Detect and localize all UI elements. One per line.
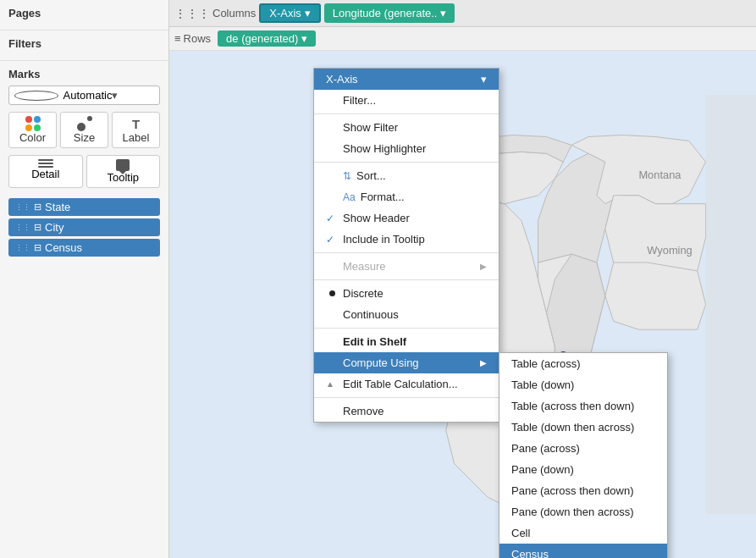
marks-label: Marks [8, 68, 160, 80]
submenu-table-down[interactable]: Table (down) [499, 374, 667, 395]
longitude-dropdown-arrow: ▾ [440, 7, 446, 19]
menu-item-discrete[interactable]: Discrete [314, 283, 499, 304]
chevron-down-icon: ▾ [112, 89, 154, 102]
marks-type-dropdown[interactable]: Automatic ▾ [8, 86, 160, 105]
measure-label: Measure [343, 260, 386, 273]
city-drag-dots: ⋮⋮ [15, 224, 30, 232]
marks-type-label: Automatic [63, 89, 113, 102]
sep2 [314, 162, 499, 163]
compute-using-label: Compute Using [343, 356, 419, 369]
include-tooltip-label: Include in Tooltip [343, 233, 425, 246]
columns-label: ⋮⋮⋮ Columns [174, 7, 256, 20]
tooltip-icon [116, 159, 130, 171]
submenu-table-across-then-down[interactable]: Table (across then down) [499, 395, 667, 417]
menu-item-format[interactable]: Aa Format... [314, 186, 499, 207]
context-menu-header-label: X-Axis [326, 73, 358, 86]
pages-label: Pages [8, 7, 160, 19]
continuous-label: Continuous [343, 308, 399, 321]
submenu-pane-across-then-down[interactable]: Pane (across then down) [499, 480, 667, 501]
check-include-tooltip: ✓ [326, 234, 338, 246]
show-highlighter-label: Show Highlighter [343, 142, 426, 155]
rows-toolbar: ≡ Rows de (generated) ▾ [169, 27, 756, 51]
menu-item-include-tooltip[interactable]: ✓ Include in Tooltip [314, 229, 499, 250]
filters-label: Filters [8, 37, 160, 50]
label-button[interactable]: T Label [112, 112, 160, 148]
census-field-pill[interactable]: ⋮⋮ ⊟ Census [8, 239, 160, 257]
city-field-pill[interactable]: ⋮⋮ ⊟ City [8, 218, 160, 236]
tooltip-button[interactable]: Tooltip [86, 155, 161, 188]
compute-using-submenu-arrow: ▶ [480, 358, 487, 367]
size-label: Size [74, 131, 95, 144]
marks-buttons-grid: Color Size T Label [8, 112, 160, 148]
sep1 [314, 113, 499, 114]
discrete-label: Discrete [343, 287, 384, 300]
sidebar: Pages Filters Marks Automatic ▾ Color [0, 0, 169, 558]
triangle-icon: ▲ [326, 379, 338, 389]
longitude-pill[interactable]: Longitude (generate.. ▾ [324, 3, 455, 23]
menu-item-filter[interactable]: Filter... [314, 90, 499, 111]
submenu-table-down-then-across[interactable]: Table (down then across) [499, 417, 667, 438]
columns-icon: ⋮⋮⋮ [174, 7, 210, 20]
color-label: Color [19, 131, 46, 144]
marks-buttons-row2: Detail Tooltip [8, 155, 160, 188]
menu-item-compute-using[interactable]: Compute Using ▶ Table (across) Table (do… [314, 352, 499, 373]
state-field-label: State [45, 201, 70, 213]
main-area: ⋮⋮⋮ Columns X-Axis ▾ Longitude (generate… [169, 0, 756, 558]
census-field-icon: ⊟ [34, 242, 41, 253]
sep4 [314, 279, 499, 280]
x-axis-pill[interactable]: X-Axis ▾ [259, 3, 321, 23]
x-axis-dropdown-arrow: ▾ [305, 7, 311, 19]
census-drag-dots: ⋮⋮ [15, 244, 30, 252]
latitude-pill[interactable]: de (generated) ▾ [218, 30, 316, 47]
x-axis-label: X-Axis [269, 7, 301, 19]
columns-toolbar: ⋮⋮⋮ Columns X-Axis ▾ Longitude (generate… [169, 0, 756, 27]
state-drag-dots: ⋮⋮ [15, 203, 30, 212]
submenu-pane-down-then-across[interactable]: Pane (down then across) [499, 501, 667, 522]
filter-label: Filter... [343, 94, 376, 107]
detail-button[interactable]: Detail [8, 155, 83, 188]
label-icon: T [132, 117, 140, 131]
menu-item-show-filter[interactable]: Show Filter [314, 117, 499, 138]
sep6 [314, 397, 499, 398]
census-field-label: Census [45, 241, 82, 254]
menu-item-remove[interactable]: Remove [314, 401, 499, 422]
state-field-pill[interactable]: ⋮⋮ ⊟ State [8, 198, 160, 216]
color-button[interactable]: Color [8, 112, 57, 148]
filters-section: Filters [0, 30, 168, 61]
circle-icon [14, 91, 58, 101]
city-field-label: City [45, 221, 63, 234]
rows-icon: ≡ [174, 32, 181, 45]
app-container: Pages Filters Marks Automatic ▾ Color [0, 0, 756, 558]
menu-item-measure: Measure ▶ [314, 256, 499, 277]
context-menu-header-arrow: ▾ [481, 73, 487, 86]
rows-label: ≡ Rows [174, 32, 211, 45]
sort-label-text: Sort... [356, 169, 386, 182]
map-area: Y-Axis 0 [169, 51, 756, 558]
label-label: Label [123, 131, 150, 144]
size-button[interactable]: Size [60, 112, 108, 148]
edit-table-label: Edit Table Calculation... [343, 378, 458, 390]
top-pills: X-Axis ▾ Longitude (generate.. ▾ [259, 3, 455, 23]
edit-shelf-label: Edit in Shelf [343, 335, 406, 348]
menu-item-show-header[interactable]: ✓ Show Header [314, 207, 499, 229]
submenu-pane-down[interactable]: Pane (down) [499, 459, 667, 480]
submenu-census[interactable]: Census [499, 544, 667, 558]
submenu-cell[interactable]: Cell [499, 522, 667, 544]
menu-item-sort[interactable]: ⇅ Sort... [314, 165, 499, 186]
sep3 [314, 252, 499, 253]
menu-item-edit-table[interactable]: ▲ Edit Table Calculation... [314, 373, 499, 395]
menu-item-continuous[interactable]: Continuous [314, 304, 499, 325]
menu-item-edit-shelf[interactable]: Edit in Shelf [314, 331, 499, 352]
format-label-text: Format... [361, 191, 405, 203]
svg-rect-10 [706, 95, 756, 514]
sep5 [314, 328, 499, 329]
detail-icon [38, 159, 53, 168]
marks-section: Marks Automatic ▾ Color Size T [0, 61, 168, 267]
svg-marker-9 [605, 262, 706, 329]
submenu-table-across[interactable]: Table (across) [499, 353, 667, 374]
context-menu: X-Axis ▾ Filter... Show Filter Show High… [313, 68, 499, 423]
menu-item-show-highlighter[interactable]: Show Highlighter [314, 138, 499, 159]
pages-section: Pages [0, 0, 168, 30]
svg-text:Montana: Montana [638, 169, 682, 181]
submenu-pane-across[interactable]: Pane (across) [499, 438, 667, 459]
